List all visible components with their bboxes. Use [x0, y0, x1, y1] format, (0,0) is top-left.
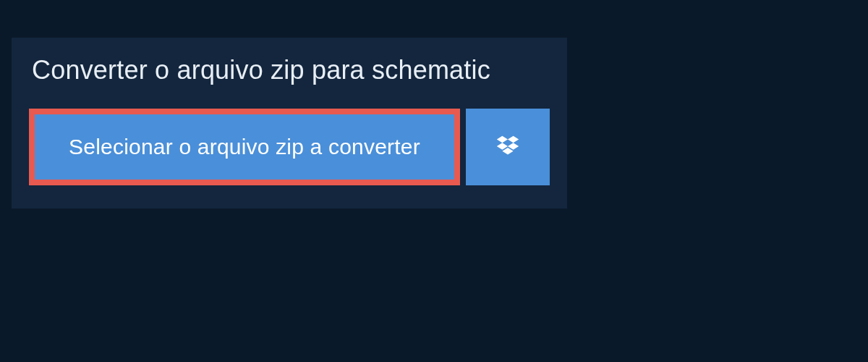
page-title: Converter o arquivo zip para schematic — [32, 55, 547, 85]
dropbox-button[interactable] — [466, 109, 550, 185]
dropbox-icon — [494, 133, 522, 161]
converter-panel: Converter o arquivo zip para schematic S… — [12, 38, 567, 209]
button-row: Selecionar o arquivo zip a converter — [12, 109, 567, 185]
panel-header: Converter o arquivo zip para schematic — [12, 38, 567, 109]
select-file-button[interactable]: Selecionar o arquivo zip a converter — [35, 114, 454, 180]
select-file-wrapper: Selecionar o arquivo zip a converter — [29, 109, 460, 185]
